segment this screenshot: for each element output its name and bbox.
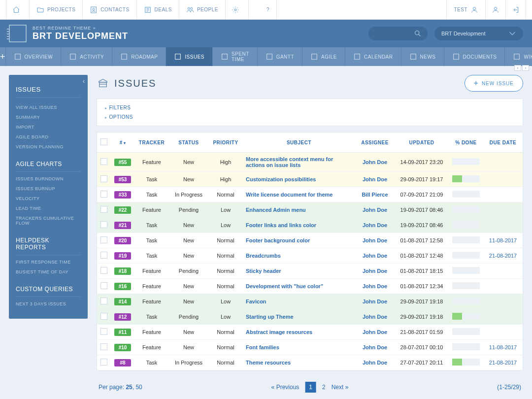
cell-subject[interactable]: Abstract image resources [243, 325, 355, 340]
sidebar-link[interactable]: VERSION PLANNING [16, 142, 81, 152]
issue-id[interactable]: #16 [114, 283, 131, 290]
sidebar-link[interactable]: SUMMARY [16, 112, 81, 122]
topnav-projects[interactable]: PROJECTS [30, 0, 83, 19]
topnav-deals[interactable]: DEALS [137, 0, 179, 19]
cell-assignee[interactable]: John Doe [355, 264, 395, 279]
select-all-checkbox[interactable] [100, 138, 107, 145]
row-checkbox[interactable] [100, 343, 107, 350]
table-row[interactable]: #12TaskPendingLowStarting up ThemeJohn D… [97, 309, 523, 325]
cell-subject[interactable]: Write license document for theme [243, 187, 355, 202]
cell-subject[interactable]: Footer links and links color [243, 218, 355, 233]
col-updated[interactable]: UPDATED [395, 133, 449, 153]
tab-news[interactable]: NEWS [401, 47, 444, 66]
sidebar-link[interactable]: ISSUES BURNUP [16, 184, 81, 194]
sidebar-collapse[interactable]: ‹ [83, 78, 85, 85]
tab-roadmap[interactable]: ROADMAP [112, 47, 166, 66]
topnav-people[interactable]: PEOPLE [179, 0, 226, 19]
add-module-button[interactable]: + [0, 47, 5, 66]
issue-id[interactable]: #21 [114, 222, 131, 229]
col-status[interactable]: STATUS [169, 133, 208, 153]
table-row[interactable]: #11FeatureNewNormalAbstract image resour… [97, 325, 523, 340]
issue-id[interactable]: #8 [114, 359, 131, 366]
cell-subject[interactable]: Customization possibilities [243, 172, 355, 187]
cell-assignee[interactable]: John Doe [355, 218, 395, 233]
table-row[interactable]: #14FeatureNewLowFaviconJohn Doe29-09-201… [97, 294, 523, 309]
col-id[interactable]: #▾ [111, 133, 134, 153]
row-checkbox[interactable] [100, 206, 107, 213]
table-row[interactable]: #16FeatureNewNormalDevelopment with "hue… [97, 279, 523, 294]
table-row[interactable]: #10FeatureNewNormalFont familiesJohn Doe… [97, 340, 523, 355]
col-subject[interactable]: SUBJECT [243, 133, 355, 153]
user-menu[interactable]: TEST [446, 0, 486, 19]
row-checkbox[interactable] [100, 313, 107, 320]
topnav-contacts[interactable]: CONTACTS [83, 0, 136, 19]
row-checkbox[interactable] [100, 158, 107, 165]
row-checkbox[interactable] [100, 221, 107, 228]
per-page-50[interactable]: 50 [135, 384, 142, 391]
table-row[interactable]: #8TaskIn ProgressNormalTheme resourcesJo… [97, 355, 523, 370]
sidebar-link[interactable]: AGILE BOARD [16, 132, 81, 142]
issue-id[interactable]: #19 [114, 252, 131, 260]
table-row[interactable]: #19TaskNewNormalBreadcrumbsJohn Doe01-08… [97, 248, 523, 264]
cell-assignee[interactable]: John Doe [355, 248, 395, 264]
table-row[interactable]: #33TaskIn ProgressNormalWrite license do… [97, 187, 523, 202]
tab-documents[interactable]: DOCUMENTS [444, 47, 505, 66]
page-2[interactable]: 2 [322, 384, 326, 391]
topnav-home-icon[interactable] [6, 0, 30, 19]
cell-subject[interactable]: Favicon [243, 294, 355, 309]
sidebar-link[interactable]: LEAD TIME [16, 203, 81, 213]
cell-assignee[interactable]: John Doe [355, 172, 395, 187]
row-checkbox[interactable] [100, 359, 107, 366]
tabs-scroll-left[interactable]: ‹ [514, 65, 521, 71]
issue-id[interactable]: #55 [114, 159, 131, 166]
tab-gantt[interactable]: GANTT [257, 47, 302, 66]
sidebar-link[interactable]: ISSUES BURNDOWN [16, 174, 81, 184]
tab-spent-time[interactable]: SPENT TIME [212, 47, 257, 66]
issue-id[interactable]: #10 [114, 344, 131, 351]
table-row[interactable]: #18FeaturePendingNormalSticky headerJohn… [97, 264, 523, 279]
options-toggle[interactable]: OPTIONS [105, 112, 515, 122]
tabs-scroll-right[interactable]: › [522, 65, 529, 71]
sidebar-link[interactable]: IMPORT [16, 122, 81, 132]
table-row[interactable]: #53TaskNewHighCustomization possibilitie… [97, 172, 523, 187]
sidebar-link[interactable]: FIRST RESPONSE TIME [16, 257, 81, 267]
issue-id[interactable]: #14 [114, 298, 131, 305]
cell-assignee[interactable]: John Doe [355, 340, 395, 355]
prev-page[interactable]: « Previous [271, 384, 299, 391]
issue-id[interactable]: #53 [114, 176, 131, 183]
issue-id[interactable]: #20 [114, 237, 131, 244]
sidebar-link[interactable]: VELOCITY [16, 194, 81, 203]
issue-id[interactable]: #12 [114, 313, 131, 321]
sidebar-link[interactable]: VIEW ALL ISSUES [16, 102, 81, 112]
cell-subject[interactable]: Breadcrumbs [243, 248, 355, 264]
cell-assignee[interactable]: John Doe [355, 294, 395, 309]
cell-subject[interactable]: Enhanced Admin menu [243, 202, 355, 218]
cell-assignee[interactable]: John Doe [355, 309, 395, 325]
sidebar-link[interactable]: TRACKERS CUMULATIVE FLOW [16, 213, 81, 228]
topnav-settings-icon[interactable] [226, 0, 249, 19]
row-checkbox[interactable] [100, 252, 107, 259]
per-page-25[interactable]: 25 [126, 384, 132, 391]
tab-activity[interactable]: ACTIVITY [61, 47, 112, 66]
col-tracker[interactable]: TRACKER [134, 133, 169, 153]
cell-assignee[interactable]: John Doe [355, 355, 395, 370]
next-page[interactable]: Next » [332, 384, 349, 391]
row-checkbox[interactable] [100, 175, 107, 182]
row-checkbox[interactable] [100, 282, 107, 289]
filters-toggle[interactable]: FILTERS [105, 103, 515, 112]
cell-subject[interactable]: Sticky header [243, 264, 355, 279]
table-row[interactable]: #20TaskNewNormalFooter background colorJ… [97, 233, 523, 248]
cell-subject[interactable]: Footer background color [243, 233, 355, 248]
cell-assignee[interactable]: John Doe [355, 153, 395, 172]
row-checkbox[interactable] [100, 298, 107, 304]
col-done[interactable]: % DONE [449, 133, 483, 153]
cell-assignee[interactable]: Bill Pierce [355, 187, 395, 202]
cell-assignee[interactable]: John Doe [355, 233, 395, 248]
cell-subject[interactable]: Development with "hue color" [243, 279, 355, 294]
issue-id[interactable]: #18 [114, 267, 131, 275]
row-checkbox[interactable] [100, 328, 107, 335]
cell-assignee[interactable]: John Doe [355, 202, 395, 218]
issue-id[interactable]: #33 [114, 191, 131, 199]
table-row[interactable]: #55FeatureNewHighMore accessible context… [97, 153, 523, 172]
cell-assignee[interactable]: John Doe [355, 325, 395, 340]
